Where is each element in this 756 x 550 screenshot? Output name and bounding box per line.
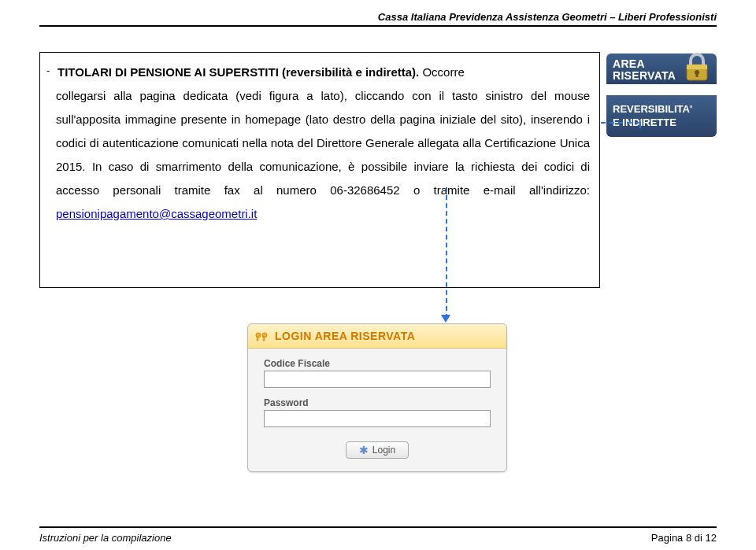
login-panel: LOGIN AREA RISERVATA Codice Fiscale Pass…: [247, 323, 507, 472]
area-bottom-line1: REVERSIBILITA': [613, 103, 710, 116]
instructions-box: - TITOLARI DI PENSIONE AI SUPERSTITI (re…: [39, 52, 600, 288]
area-riservata-widget: AREA RISERVATA REVERSIBILITA' E INDIRETT…: [606, 54, 717, 137]
login-header: LOGIN AREA RISERVATA: [248, 324, 506, 349]
svg-rect-7: [263, 336, 265, 341]
bullet-dash: -: [46, 61, 50, 81]
footer-of: di: [691, 532, 705, 544]
codice-fiscale-input[interactable]: [264, 371, 491, 388]
svg-rect-1: [687, 65, 707, 69]
arrowhead-icon: [441, 315, 450, 323]
area-label-1: AREA: [613, 58, 676, 70]
key-icon: [254, 328, 270, 344]
header-rule: [39, 25, 717, 27]
footer-rule: [39, 526, 717, 528]
footer-prefix: Pagina: [651, 532, 686, 544]
lead-word: Occorre: [422, 65, 464, 79]
dashed-arrow-line: [446, 187, 447, 319]
codice-fiscale-label: Codice Fiscale: [264, 358, 491, 369]
gear-icon: ✱: [359, 445, 369, 456]
email-link[interactable]: pensionipagamento@cassageometri.it: [56, 207, 257, 220]
section-title: TITOLARI DI PENSIONE AI SUPERSTITI (reve…: [57, 65, 419, 79]
login-header-text: LOGIN AREA RISERVATA: [275, 330, 415, 342]
svg-rect-3: [696, 73, 699, 77]
password-input[interactable]: [264, 410, 491, 427]
footer-right: Pagina 8 di 12: [651, 532, 717, 544]
dashed-connector: [601, 122, 640, 124]
area-riservata-header[interactable]: AREA RISERVATA: [606, 54, 717, 84]
footer-total: 12: [706, 532, 717, 544]
password-label: Password: [264, 397, 491, 408]
area-label-2: RISERVATA: [613, 70, 676, 82]
instructions-text: collegarsi alla pagina dedicata (vedi fi…: [56, 89, 590, 197]
footer-left: Istruzioni per la compilazione: [39, 532, 172, 544]
instructions-body: collegarsi alla pagina dedicata (vedi fi…: [56, 84, 590, 226]
area-riservata-link[interactable]: REVERSIBILITA' E INDIRETTE: [606, 95, 717, 137]
login-button-label: Login: [372, 445, 395, 456]
login-button[interactable]: ✱ Login: [346, 441, 409, 459]
page-header-org: Cassa Italiana Previdenza Assistenza Geo…: [378, 11, 717, 23]
dashed-connector: [639, 122, 641, 128]
lock-icon: [680, 50, 713, 83]
svg-rect-5: [257, 336, 258, 341]
